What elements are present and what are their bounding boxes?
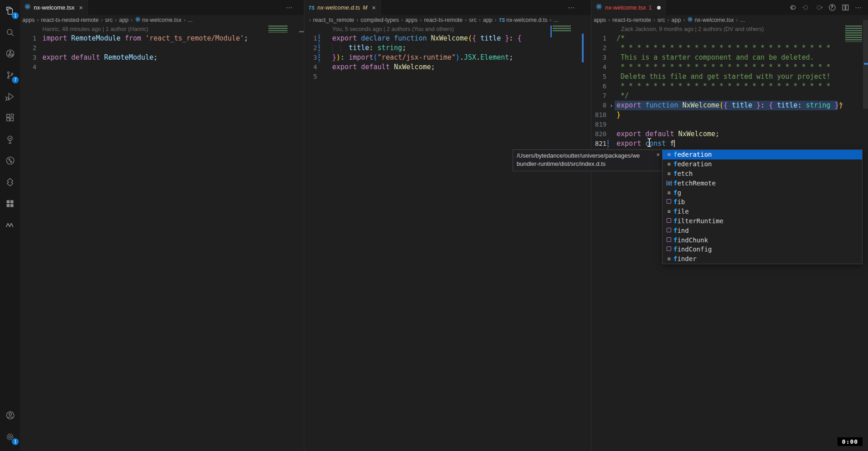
breadcrumb-item[interactable]: src (105, 17, 113, 23)
code-line[interactable]: 5 Delete this file and get started with … (591, 72, 868, 82)
breadcrumb-item[interactable]: react-ts-remote (424, 17, 463, 23)
breadcrumb-item[interactable]: apps (594, 17, 606, 23)
suggestion-item[interactable]: ≡fg (663, 188, 862, 197)
code-line[interactable]: 821export const f (591, 139, 868, 149)
code-line[interactable]: 3}): import("react/jsx-runtime").JSX.Ele… (304, 53, 591, 62)
tab-close-icon[interactable]: × (79, 4, 83, 11)
search-icon[interactable] (0, 21, 20, 43)
code-line[interactable]: 2 title: string; (304, 43, 591, 53)
suggestion-item[interactable]: find (663, 226, 862, 235)
code-text: export const f (606, 139, 675, 149)
breadcrumb-separator: › (101, 17, 103, 23)
next-change-icon[interactable] (815, 4, 823, 11)
minimap[interactable] (268, 26, 288, 33)
unsaved-dot-icon[interactable] (657, 6, 661, 10)
code-line[interactable]: 4export default NxWelcome; (304, 62, 591, 72)
breadcrumb-item[interactable]: ... (740, 17, 745, 23)
breadcrumb-item[interactable]: app (483, 17, 493, 23)
line-number: 5 (304, 72, 317, 82)
navigate-back-icon[interactable] (789, 4, 796, 11)
code-line[interactable]: 3export default RemoteModule; (20, 53, 304, 62)
code-text: } (606, 110, 621, 120)
suggestion-item[interactable]: ≡fetch (663, 169, 862, 179)
minimap[interactable] (845, 26, 862, 42)
breadcrumb-item[interactable]: ... (188, 17, 192, 23)
code-line[interactable]: 6 * * * * * * * * * * * * * * * * * * * … (591, 82, 868, 91)
code-line[interactable]: 7 */ (591, 91, 868, 101)
breadcrumb-separator: › (653, 17, 655, 23)
code-area[interactable]: 1export declare function NxWelcome({ tit… (304, 34, 591, 82)
wave-view-icon[interactable] (0, 214, 20, 236)
extensions-icon[interactable] (0, 107, 20, 128)
suggestion-item[interactable]: findChunk (663, 235, 862, 245)
code-line[interactable]: 4 (20, 62, 304, 72)
suggestion-item[interactable]: findConfig (663, 245, 862, 254)
run-and-debug-icon[interactable] (0, 86, 20, 107)
symbol-text-icon: ≡ (664, 170, 673, 177)
code-line[interactable]: 2 * * * * * * * * * * * * * * * * * * * … (591, 43, 868, 53)
code-area[interactable]: 1/*2 * * * * * * * * * * * * * * * * * *… (591, 34, 868, 149)
activity-bar: 1 7 (0, 0, 20, 451)
gitlens-graph-icon[interactable] (828, 4, 836, 11)
breadcrumb-item[interactable]: react-ts-nested-remote (41, 17, 98, 23)
more-actions-icon[interactable]: ⋯ (568, 4, 575, 12)
suggestion-item[interactable]: filterRuntime (663, 216, 862, 226)
breadcrumb-item[interactable]: src (657, 17, 665, 23)
tab-nx-welcome-tsx[interactable]: nx-welcome.tsx × (20, 0, 88, 15)
line-number: 2 (591, 43, 606, 53)
code-line[interactable]: 820export default NxWelcome; (591, 129, 868, 139)
code-area[interactable]: 1import RemoteModule from 'react_ts_remo… (20, 34, 304, 72)
breadcrumb-separator: › (401, 17, 403, 23)
custom-view-icon[interactable] (0, 171, 20, 193)
breadcrumb-item[interactable]: nx-welcome.tsx (135, 16, 181, 24)
more-actions-icon[interactable]: ⋯ (286, 4, 293, 12)
code-line[interactable]: 819 (591, 120, 868, 129)
code-line[interactable]: 3 This is a starter component and can be… (591, 53, 868, 62)
code-line[interactable]: 1import RemoteModule from 'react_ts_remo… (20, 34, 304, 43)
gitlens-icon[interactable] (0, 43, 20, 64)
more-actions-icon[interactable]: ⋯ (855, 4, 862, 12)
breadcrumb-item[interactable]: src (469, 17, 477, 23)
previous-change-icon[interactable] (802, 4, 810, 11)
suggestion-item[interactable]: [@]fetchRemote (663, 178, 862, 188)
minimap[interactable] (553, 26, 571, 32)
suggestion-item[interactable]: ≡finder (663, 254, 862, 264)
breadcrumb-item[interactable]: nx-welcome.tsx (687, 16, 734, 24)
suggestion-item[interactable]: ≡file (663, 207, 862, 216)
close-icon[interactable]: × (656, 151, 660, 158)
breadcrumb-item[interactable]: apps (22, 17, 35, 23)
breadcrumb-item[interactable]: compiled-types (360, 17, 399, 23)
suggestion-item[interactable]: ≡federation (663, 150, 862, 159)
breadcrumb-item[interactable]: app (672, 17, 681, 23)
commit-graph-icon[interactable] (0, 150, 20, 171)
code-line[interactable]: 1export declare function NxWelcome({ tit… (304, 34, 591, 43)
breadcrumb-item[interactable]: apps (405, 17, 417, 23)
suggestion-label: fetch (673, 170, 693, 177)
code-line[interactable]: 2 (20, 43, 304, 53)
symbol-module-icon (664, 199, 673, 205)
code-line[interactable]: 5 (304, 72, 591, 82)
grid-view-icon[interactable] (0, 193, 20, 214)
breadcrumb-item[interactable]: ... (554, 17, 559, 23)
settings-icon[interactable]: 1 (0, 426, 20, 447)
suggestion-item[interactable]: fib (663, 197, 862, 207)
tab-nx-welcome-dts[interactable]: TS nx-welcome.d.ts M × (304, 0, 381, 15)
code-line[interactable]: 4 * * * * * * * * * * * * * * * * * * * … (591, 62, 868, 72)
breadcrumb-item[interactable]: react-ts-remote (612, 17, 651, 23)
split-editor-icon[interactable] (842, 4, 849, 11)
tab-nx-welcome-tsx-dirty[interactable]: nx-welcome.tsx 1 (591, 0, 666, 15)
code-line[interactable]: 1/* (591, 34, 868, 43)
suggestion-item[interactable]: ≡federation (663, 159, 862, 169)
breadcrumb-item[interactable]: app (119, 17, 128, 23)
tree-view-icon[interactable] (0, 128, 20, 150)
source-control-icon[interactable]: 7 (0, 64, 20, 86)
symbol-text-icon: ≡ (664, 151, 673, 158)
accounts-icon[interactable] (0, 405, 20, 426)
breadcrumb-item[interactable]: TSnx-welcome.d.ts (499, 17, 548, 23)
code-line[interactable]: 8›export function NxWelcome({ title }: {… (591, 101, 868, 110)
tab-close-icon[interactable]: × (372, 4, 375, 11)
code-line[interactable]: 818} (591, 110, 868, 120)
recording-timer-badge: 0:00 (837, 437, 863, 446)
explorer-icon[interactable]: 1 (0, 0, 20, 21)
breadcrumb-item[interactable]: react_ts_remote (313, 17, 354, 23)
